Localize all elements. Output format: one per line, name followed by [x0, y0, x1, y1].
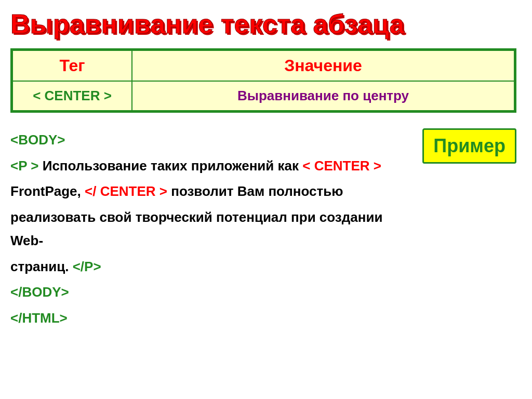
- col-value-header: Значение: [132, 50, 514, 81]
- primer-badge: Пример: [422, 128, 516, 164]
- line2-text: Использование таких приложений как: [43, 158, 303, 174]
- code-line-4: реализовать свой творческий потенциал пр…: [10, 206, 413, 253]
- p-open-tag: <P >: [10, 158, 38, 174]
- code-line-6: </BODY>: [10, 281, 413, 304]
- tag-center: < CENTER >: [12, 81, 132, 111]
- col-tag-header: Тег: [12, 50, 132, 81]
- body-open-tag: <BODY>: [10, 132, 65, 148]
- line3-text: позволит Вам полностью: [171, 183, 343, 199]
- page-title: Выравнивание текста абзаца: [10, 9, 516, 39]
- center-open-inline: < CENTER >: [302, 158, 381, 174]
- code-line-3: FrontPage, </ CENTER > позволит Вам полн…: [10, 180, 413, 204]
- body-close-tag: </BODY>: [10, 284, 69, 300]
- line4-text: реализовать свой творческий потенциал пр…: [10, 209, 382, 249]
- alignment-table: Тег Значение < CENTER > Выравнивание по …: [10, 48, 516, 113]
- frontpage-text: FrontPage,: [10, 183, 85, 199]
- content-area: Пример <BODY> <P > Использование таких п…: [10, 128, 516, 330]
- code-line-7: </HTML>: [10, 307, 413, 330]
- html-close-tag: </HTML>: [10, 310, 68, 326]
- code-line-1: <BODY>: [10, 128, 413, 152]
- center-close-inline: </ CENTER >: [85, 183, 167, 199]
- value-center: Выравнивание по центру: [132, 81, 514, 111]
- p-close-tag: </P>: [73, 259, 101, 274]
- code-line-5: страниц. </P>: [10, 255, 413, 279]
- code-line-2: <P > Использование таких приложений как …: [10, 154, 413, 178]
- line5-text: страниц.: [10, 259, 73, 274]
